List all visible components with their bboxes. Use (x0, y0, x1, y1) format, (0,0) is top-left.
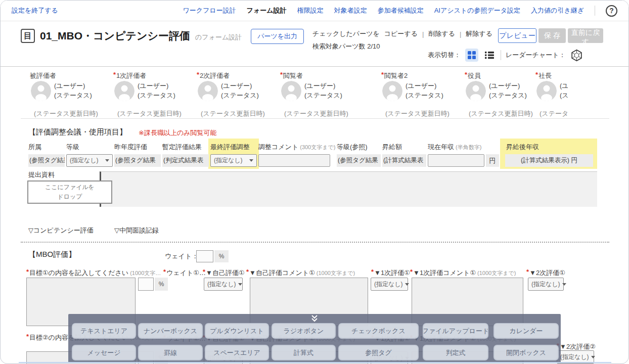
adjustment-comment-input[interactable] (258, 154, 330, 167)
undo-button[interactable]: 直前に戻す (568, 28, 603, 43)
evaluator-column-president[interactable]: *社長 (ユーザー) (ステータス) (ステータス更新日時) (531, 70, 568, 119)
salary-format-hint: (半角数字) (456, 144, 481, 150)
preview-button[interactable]: プレビュー (498, 28, 536, 43)
file-dropzone[interactable]: ここにファイルを ドロップ (27, 180, 112, 204)
required-mark: * (113, 71, 116, 78)
chevron-down-icon (238, 283, 242, 286)
status-placeholder: (ステータス) (406, 91, 443, 100)
grade-ref-value: (参照タグ結果 (337, 154, 381, 167)
avatar[interactable] (114, 81, 134, 101)
grade-select[interactable]: (指定なし) (66, 154, 113, 167)
palette-checkbox-button[interactable]: チェックボックス (338, 323, 419, 339)
status-placeholder: (ステータス) (221, 91, 259, 100)
palette-radio-button[interactable]: ラジオボタン (272, 323, 336, 339)
grid-view-icon[interactable] (465, 49, 478, 62)
palette-ruledline-button[interactable]: 罫線 (138, 345, 203, 360)
form-designer-window: 設定を終了する ワークフロー設計 フォーム設計 権限設定 対象者設定 参加者候補… (0, 0, 629, 364)
dropzone-text: ここにファイルを (45, 183, 95, 192)
palette-message-button[interactable]: メッセージ (72, 345, 136, 360)
submit-docs-label: 提出資料 (28, 170, 55, 179)
user-placeholder: (ユーザー) (304, 81, 335, 90)
status-placeholder: (ステータス) (489, 91, 527, 100)
nav-form-design[interactable]: フォーム設計 (247, 6, 287, 15)
mbo-weight-input[interactable] (196, 250, 213, 262)
required-mark: * (535, 71, 538, 78)
raise-calc-value: (計算式結果表 (382, 154, 426, 167)
export-parts-button[interactable]: パーツを出力 (251, 29, 304, 44)
evaluator-column-viewer2[interactable]: *閲覧者2 (ユーザー) (ステータス) (ステータス更新日時) (377, 70, 461, 119)
weight1-label: *ウェイト①… (163, 268, 206, 278)
save-button[interactable]: 保 存 (538, 28, 566, 43)
avatar[interactable] (31, 81, 51, 101)
copy-parts-link[interactable]: コピーする (384, 29, 418, 38)
user-placeholder: (ユーザー) (221, 81, 252, 90)
bottom-accent-line (19, 362, 611, 363)
evaluator-column-1st[interactable]: *1次評価者 (ユーザー) (ステータス) (ステータス更新日時) (109, 70, 193, 119)
final-adjust-select[interactable]: (指定なし) (210, 154, 257, 167)
palette-reftag-button[interactable]: 参照タグ (338, 345, 419, 360)
avatar[interactable] (281, 81, 301, 101)
chevron-down-icon (249, 159, 253, 162)
self-comment1-label: *▼自己評価コメント①(1000文字まで) (246, 268, 355, 278)
evaluator-column-viewer[interactable]: *閲覧者 (ユーザー) (ステータス) (ステータス更新日時) (276, 70, 360, 119)
nav-input-carryover[interactable]: 入力値の引き継ぎ (531, 6, 584, 15)
status-placeholder: (ステータス) (304, 91, 342, 100)
parts-palette: テキストエリア ナンバーボックス プルダウンリスト ラジオボタン チェックボック… (68, 314, 561, 363)
palette-numberbox-button[interactable]: ナンバーボックス (138, 323, 203, 339)
user-placeholder: (ユーザー) (406, 81, 436, 90)
toggle-interview-section[interactable]: ▽中間面談記録 (114, 226, 159, 235)
self-eval1-select[interactable]: (指定なし) (204, 278, 243, 291)
dropzone-text: ドロップ (57, 192, 82, 202)
first-eval1-label: *▼1次評価① (371, 268, 410, 278)
nav-permission-settings[interactable]: 権限設定 (297, 6, 324, 15)
chevron-down-icon (591, 356, 595, 358)
palette-fileupload-button[interactable]: ファイルアップロード (423, 323, 488, 339)
radar-chart-icon[interactable] (570, 49, 583, 62)
avatar[interactable] (382, 81, 402, 101)
second-eval1-select[interactable]: (指定なし) (528, 278, 564, 291)
field-label-salary-after: 昇給後年収 (506, 143, 539, 152)
status-updated-placeholder: (ステータス更新日時) (284, 109, 348, 118)
nav-ai-assist-settings[interactable]: AIアシストの参照データ設定 (434, 6, 520, 15)
first-eval1-select[interactable]: (指定なし) (371, 278, 408, 291)
palette-textarea-button[interactable]: テキストエリア (72, 323, 136, 339)
avatar[interactable] (466, 81, 486, 101)
avatar[interactable] (536, 81, 557, 101)
chevron-down-icon (105, 159, 109, 162)
nav-workflow-design[interactable]: ワークフロー設計 (183, 6, 236, 15)
required-mark: * (197, 71, 199, 78)
weight1-percent: % (155, 278, 168, 291)
evaluator-label: 1次評価者 (116, 72, 146, 79)
status-updated-placeholder: (ステータス更新日時) (201, 109, 265, 118)
nav-participant-settings[interactable]: 参加者候補設定 (378, 6, 424, 15)
view-restriction-notice: ※課長職以上のみ閲覧可能 (139, 128, 217, 138)
list-view-icon[interactable] (483, 49, 496, 62)
status-updated-placeholder: (ステータス更新日時) (117, 109, 182, 118)
delete-parts-link[interactable]: 削除する (428, 29, 455, 38)
exit-settings-link[interactable]: 設定を終了する (12, 6, 58, 15)
deselect-parts-link[interactable]: 解除する (466, 29, 492, 38)
status-updated-placeholder: (ステータス更新日時) (469, 109, 533, 118)
salary-after-calc-value: (計算式結果表示) 円 (505, 154, 593, 167)
palette-collapsebox-button[interactable]: 開閉ボックス (493, 345, 559, 360)
palette-spacearea-button[interactable]: スペースエリア (205, 345, 269, 360)
avatar[interactable] (198, 81, 218, 101)
evaluator-column-hihyokasha[interactable]: 被評価者 (ユーザー) (ステータス) (ステータス更新日時) (26, 70, 109, 119)
evaluator-label: 被評価者 (30, 72, 56, 79)
nav-target-settings[interactable]: 対象者設定 (334, 6, 367, 15)
required-mark: * (465, 71, 467, 78)
help-icon[interactable]: ? (606, 5, 617, 17)
field-label-grade-ref: 等級(参照) (337, 143, 368, 152)
collapse-palette-icon[interactable] (310, 315, 319, 322)
palette-judgment-button[interactable]: 判定式 (423, 345, 488, 360)
weight1-input[interactable] (138, 278, 154, 291)
evaluator-column-2nd[interactable]: *2次評価者 (ユーザー) (ステータス) (ステータス更新日時) (193, 70, 276, 119)
toggle-competency-section[interactable]: ▽コンピテンシー評価 (28, 226, 94, 235)
palette-formula-button[interactable]: 計算式 (272, 345, 336, 360)
evaluator-label: 社長 (538, 72, 552, 79)
evaluator-row: 被評価者 (ユーザー) (ステータス) (ステータス更新日時) *1次評価者 (… (21, 70, 568, 119)
palette-pulldown-button[interactable]: プルダウンリスト (205, 323, 269, 339)
palette-calendar-button[interactable]: カレンダー (493, 323, 559, 339)
current-salary-input[interactable] (428, 154, 484, 167)
status-placeholder: (ステータス) (138, 91, 175, 100)
